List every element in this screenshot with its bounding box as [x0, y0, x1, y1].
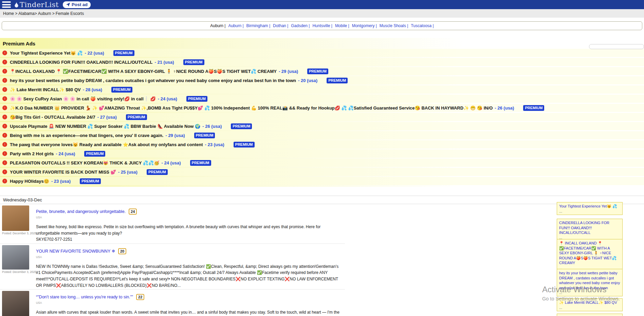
premium-ad-row[interactable]: PLEASANTON OUTCALLS !! SEXY KOREAN😻 THIC… [0, 159, 644, 167]
top-navbar: TinderList Post ad [0, 0, 644, 9]
breadcrumb-link-home[interactable]: Home > [3, 11, 17, 16]
up-arrow-icon [2, 151, 7, 156]
premium-ad-title[interactable]: Upscale Playmate 🚨 NEW NUMBER 💦 Super So… [10, 124, 200, 129]
premium-ad-row[interactable]: YOUR WINTER FAVORITE IS BACK DONT MISS 💕… [0, 168, 644, 176]
age-badge: 24 [129, 209, 137, 215]
premium-ad-title[interactable]: Happy HOlidays😊 [10, 179, 49, 184]
mini-scrollbar[interactable] [589, 44, 644, 49]
country-label: USA [36, 216, 345, 219]
flame-icon [14, 1, 19, 8]
listing-title-link[interactable]: “"Don't stare too long… unless you're re… [36, 295, 133, 299]
premium-ad-title[interactable]: 📍INCALL OAKLAND 📍 ✅FACETIME/CAR✅ WITH A … [10, 69, 277, 74]
up-arrow-icon [2, 87, 7, 92]
city-link-huntsville[interactable]: Huntsville | [312, 23, 332, 28]
premium-badge: PREMIUM [307, 68, 328, 74]
premium-ad-row[interactable]: 📍INCALL OAKLAND 📍 ✅FACETIME/CAR✅ WITH A … [0, 67, 644, 75]
listing-thumb-column: Posted: December 3, 2025 [0, 205, 32, 243]
premium-ad-row[interactable]: ✨ Lake Merritt INCALL✨ $80 QV - 28 (usa)… [0, 85, 644, 94]
listing-thumbnail[interactable] [2, 205, 29, 231]
sidebar-ad-ellipsis: ... [559, 209, 620, 213]
sidebar-ad-link[interactable]: 📍 INCALL OAKLAND 📍 ✅FACETIME/CAR✅ WITH A… [559, 241, 620, 265]
premium-ads-section: Premium Ads Your Tightest Experience Yet… [0, 38, 644, 187]
sidebar-ad-link[interactable]: CINDERELLA LOOKING FOR FUN!!! OAKLAND!!!… [559, 220, 620, 235]
premium-ad-meta: - 26 (usa) [202, 124, 222, 129]
listing-thumbnail[interactable] [2, 245, 29, 270]
sidebar-ad-link[interactable]: ✨ Lake Merritt INCALL✨ $80 QV [559, 300, 620, 305]
premium-ad-meta: - 23 (usa) [205, 142, 224, 147]
up-arrow-icon [2, 133, 7, 138]
premium-ad-row[interactable]: 🌸 🌸 Sexy CuRvy Asian 🌸 🌸 in call 🍑 visit… [0, 95, 644, 103]
premium-ad-row[interactable]: Upscale Playmate 🚨 NEW NUMBER 💦 Super So… [0, 122, 644, 130]
sidebar-ad-box[interactable]: hey its your best wettes petite baby DRE… [557, 269, 623, 296]
premium-ad-meta: - 24 (usa) [158, 96, 177, 101]
breadcrumb-link-auburn[interactable]: Auburn > [38, 11, 55, 16]
premium-ad-meta: - 21 (usa) [155, 60, 174, 65]
premium-ad-title[interactable]: Being with me is an experience—one that … [10, 133, 163, 138]
premium-ad-title[interactable]: 🌸 🌸 Sexy CuRvy Asian 🌸 🌸 in call 🍑 visit… [10, 96, 156, 101]
premium-ad-row[interactable]: Happy HOlidays😊 - 23 (usa) PREMIUM [0, 177, 644, 185]
breadcrumb: Home > Alabama> Auburn > Female Escorts [0, 9, 644, 18]
premium-ad-row[interactable]: Your Tightest Experience Yet😼 💦 - 22 (us… [0, 49, 644, 57]
premium-ad-title[interactable]: 😘Big Tits Girl - OUTCALL Available 24/7 [10, 115, 95, 120]
premium-ad-row[interactable]: ✨K.O Daa NUMBER 👑 PROVIDER 💃 ✨ 💕AMAZING … [0, 104, 644, 112]
city-link-birmingham[interactable]: Birmingham | [246, 23, 270, 28]
brand-logo[interactable]: TinderList [14, 1, 59, 9]
listing-description: Sweet like honey, bold like espresso. Pe… [36, 224, 343, 236]
up-arrow-icon [2, 179, 7, 183]
premium-ad-row[interactable]: CINDERELLA LOOKING FOR FUN!!! OAKLAND!!!… [0, 58, 644, 66]
listing-description: Asian allure with curves that speak loud… [36, 309, 343, 316]
city-link-muscle-shoals[interactable]: Muscle Shoals | [380, 23, 408, 28]
listing-phone: SKYE702-577-2251 [36, 236, 345, 243]
sidebar-ad-link[interactable]: Your Tightest Experience Yet😼 💦 [559, 204, 620, 209]
premium-badge: PREMIUM [194, 133, 215, 138]
premium-ad-title[interactable]: ✨ Lake Merritt INCALL✨ $80 QV [10, 87, 81, 92]
premium-ad-row[interactable]: The pawg that everyone loves😼 Ready and … [0, 140, 644, 149]
up-arrow-icon [2, 115, 7, 119]
city-link-dothan[interactable]: Dothan | [273, 23, 288, 28]
premium-ad-row[interactable]: Party with 2 Hot girls - 24 (usa) PREMIU… [0, 150, 644, 158]
premium-badge: PREMIUM [523, 105, 544, 111]
sidebar-ad-box[interactable]: Your Tightest Experience Yet😼 💦 ... [557, 202, 623, 215]
premium-ad-title[interactable]: Your Tightest Experience Yet😼 💦 [10, 51, 83, 56]
listing-title-link[interactable]: YOUR NEW FAVORITE SNOWBUNNY ❄ [36, 249, 115, 254]
premium-ad-title[interactable]: ✨K.O Daa NUMBER 👑 PROVIDER 💃 ✨ 💕AMAZING … [10, 105, 493, 111]
age-badge: 20 [118, 248, 126, 254]
premium-ad-title[interactable]: YOUR WINTER FAVORITE IS BACK DONT MISS 💕 [10, 170, 116, 175]
premium-ad-title[interactable]: The pawg that everyone loves😼 Ready and … [10, 142, 203, 147]
premium-ad-title[interactable]: PLEASANTON OUTCALLS !! SEXY KOREAN😻 THIC… [10, 160, 159, 165]
city-link-gadsden[interactable]: Gadsden | [291, 23, 310, 28]
premium-ad-title[interactable]: hey its your best wettes petite baby DRE… [10, 78, 296, 83]
hamburger-menu-icon[interactable] [2, 1, 11, 8]
premium-ad-row[interactable]: 😘Big Tits Girl - OUTCALL Available 24/7 … [0, 113, 644, 121]
premium-badge: PREMIUM [327, 78, 348, 83]
sidebar-ad-box[interactable] [557, 314, 623, 316]
listing-thumbnail[interactable] [2, 291, 29, 316]
sidebar-ad-box[interactable]: ✨ Lake Merritt INCALL✨ $80 QV ... [557, 298, 623, 311]
city-link-montgomery[interactable]: Montgomery | [352, 23, 377, 28]
listing-row: Posted: December 3, 2025 Petite, brunett… [0, 204, 345, 244]
city-link-mobile[interactable]: Mobile | [335, 23, 349, 28]
posted-date: Posted: December 3, 2025 [2, 270, 32, 274]
breadcrumb-link-alabama[interactable]: Alabama> [18, 11, 37, 16]
premium-ads-title: Premium Ads [0, 40, 644, 49]
premium-ad-title[interactable]: Party with 2 Hot girls [10, 151, 54, 156]
sidebar-ad-link[interactable]: hey its your best wettes petite baby DRE… [559, 271, 620, 290]
premium-badge: PREMIUM [234, 142, 255, 147]
up-arrow-icon [2, 105, 7, 110]
up-arrow-icon [2, 124, 7, 129]
premium-ad-title[interactable]: CINDERELLA LOOKING FOR FUN!!! OAKLAND!!!… [10, 60, 153, 65]
sidebar-ad-ellipsis: ... [559, 305, 620, 310]
city-filter-box: Auburn | Auburn | Birmingham | Dothan | … [2, 21, 642, 30]
listing-title-link[interactable]: Petite, brunette, and dangerously unforg… [36, 209, 126, 214]
listing-thumb-column: Posted: December 3, 2025 [0, 291, 32, 316]
breadcrumb-link-female-escorts[interactable]: Female Escorts [56, 11, 84, 16]
city-link-auburn[interactable]: Auburn | [228, 23, 243, 28]
sidebar-ad-box[interactable]: CINDERELLA LOOKING FOR FUN!!! OAKLAND!!!… [557, 219, 623, 241]
city-link-tuscaloosa[interactable]: Tuscaloosa | [411, 23, 434, 28]
premium-ad-row[interactable]: Being with me is an experience—one that … [0, 131, 644, 139]
post-ad-button[interactable]: Post ad [63, 1, 91, 8]
premium-ad-meta: - 28 (usa) [83, 87, 102, 92]
premium-badge: PREMIUM [126, 114, 147, 120]
sidebar-ad-box[interactable]: 📍 INCALL OAKLAND 📍 ✅FACETIME/CAR✅ WITH A… [557, 239, 623, 272]
premium-ad-row[interactable]: hey its your best wettes petite baby DRE… [0, 76, 644, 84]
